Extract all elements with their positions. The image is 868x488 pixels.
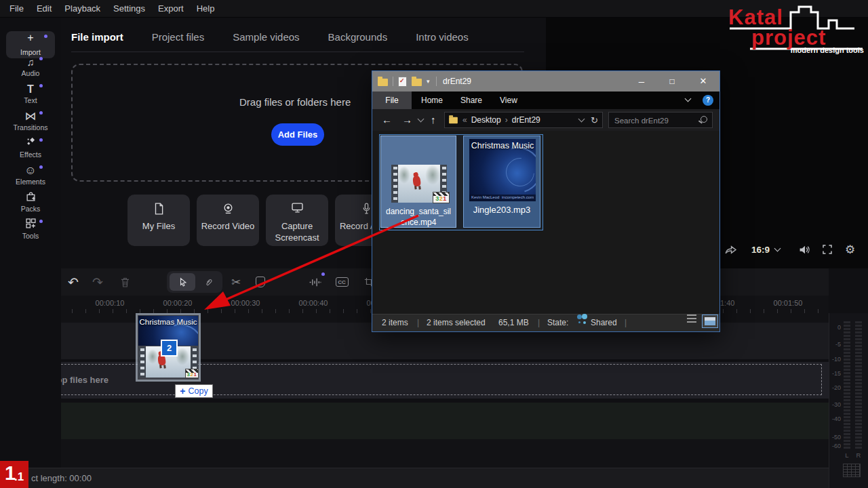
tab-backgrounds[interactable]: Backgrounds [328, 31, 388, 43]
redo-icon[interactable]: ↷ [90, 274, 106, 290]
my-files-button[interactable]: My Files [127, 195, 190, 246]
address-bar[interactable]: « Desktop › drEnt29 ↻ [444, 112, 603, 128]
ribbon-tab-view[interactable]: View [500, 92, 517, 109]
menu-settings[interactable]: Settings [113, 3, 145, 14]
cc-label: CC [336, 277, 349, 287]
sidebar-item-effects[interactable]: Effects [0, 137, 61, 163]
breadcrumb-desktop[interactable]: Desktop [471, 115, 501, 125]
select-cursor-icon[interactable] [175, 274, 191, 290]
effects-sparkle-icon [0, 137, 61, 150]
tab-file-import[interactable]: File import [71, 31, 123, 43]
tree-shape [147, 349, 158, 364]
notification-dot [39, 57, 43, 60]
timeline-lower-area [0, 439, 829, 468]
refresh-icon[interactable]: ↻ [591, 115, 598, 125]
notification-dot [321, 272, 325, 276]
drag-ghost-files: Christmas Music 321 2 [136, 313, 201, 382]
sidebar-item-label: Tools [0, 232, 61, 240]
sidebar-item-label: Transitions [0, 123, 61, 131]
mixer-grid-icon[interactable] [843, 464, 861, 477]
ribbon-collapse-chevron-icon[interactable] [685, 96, 692, 102]
microphone-icon [362, 203, 371, 216]
track-lane[interactable] [31, 403, 829, 439]
properties-icon[interactable] [398, 77, 407, 87]
history-chevron-icon[interactable] [418, 116, 425, 123]
window-title: drEnt29 [443, 71, 471, 92]
clapper-321-icon: 321 [433, 192, 450, 203]
back-button[interactable]: ← [382, 109, 392, 131]
sidebar-item-packs[interactable]: Packs [0, 191, 61, 217]
state-label: State: [547, 314, 568, 331]
search-box[interactable] [608, 112, 713, 128]
search-input[interactable] [613, 114, 697, 127]
delete-trash-icon[interactable] [117, 274, 133, 290]
minimize-button[interactable]: – [631, 71, 652, 92]
menu-edit[interactable]: Edit [37, 3, 52, 14]
channel-label-right: R [855, 451, 862, 459]
file-tile-video[interactable]: 321 dancing_santa_sil ence.mp4 [380, 136, 456, 228]
audio-track-1 [0, 403, 829, 439]
window-folder-icon [378, 79, 388, 86]
notification-dot [39, 111, 43, 115]
new-folder-icon[interactable] [412, 79, 422, 86]
selected-size: 65,1 MB [498, 314, 529, 331]
up-button[interactable]: ↑ [431, 109, 436, 131]
shield-marker-icon[interactable] [252, 274, 269, 290]
separator [393, 77, 393, 86]
tab-project-files[interactable]: Project files [152, 31, 205, 43]
breadcrumb-separator: › [505, 115, 508, 125]
sidebar-item-elements[interactable]: ☺ Elements [0, 164, 61, 190]
audio-waveform-icon[interactable] [307, 274, 323, 290]
meter-scale-label: -20 [829, 384, 841, 391]
menu-export[interactable]: Export [158, 3, 184, 14]
sidebar-item-audio[interactable]: ♫ Audio [0, 56, 61, 81]
undo-icon[interactable]: ↶ [65, 274, 81, 290]
ribbon-tab-file[interactable]: File [372, 92, 412, 109]
menu-help[interactable]: Help [197, 3, 215, 14]
clapper-321-icon: 321 [185, 369, 199, 378]
close-button[interactable]: ✕ [693, 71, 713, 92]
address-dropdown-chevron-icon[interactable] [578, 116, 585, 123]
add-files-button[interactable]: Add Files [271, 123, 324, 146]
record-video-button[interactable]: Record Video [197, 195, 259, 246]
meter-scale-label: -60 [829, 443, 841, 449]
settings-gear-icon[interactable]: ⚙ [845, 241, 860, 258]
aspect-ratio-selector[interactable]: 16:9 [751, 241, 780, 258]
breadcrumb-folder[interactable]: drEnt29 [512, 115, 540, 125]
search-magnifier-icon[interactable] [701, 116, 707, 123]
video-track-2-active: ✳ Drop files here [0, 362, 829, 399]
ribbon-tab-home[interactable]: Home [421, 92, 443, 109]
thumbnail-view-button[interactable] [702, 314, 718, 328]
file-list-area[interactable]: 321 dancing_santa_sil ence.mp4 Christmas… [372, 131, 719, 314]
capture-screencast-button[interactable]: Capture Screencast [266, 195, 328, 246]
sidebar-item-import[interactable]: + Import [6, 31, 55, 58]
window-title-bar[interactable]: ▾ drEnt29 – □ ✕ [372, 71, 719, 92]
list-view-icon[interactable] [687, 314, 696, 323]
menu-playback[interactable]: Playback [64, 3, 100, 14]
share-jump-icon[interactable] [724, 241, 743, 258]
attach-clip-icon[interactable] [201, 274, 217, 290]
project-length-text: ct length: 00:00 [31, 473, 92, 483]
santa-figure [412, 175, 421, 186]
file-tile-audio[interactable]: Christmas Music Kevin MacLeod incompetec… [463, 136, 540, 228]
sidebar-item-tools[interactable]: Tools [0, 218, 61, 244]
fullscreen-icon[interactable] [822, 241, 837, 258]
film-sprocket [391, 165, 398, 203]
menu-file[interactable]: File [9, 3, 24, 14]
captions-icon[interactable]: CC [334, 274, 350, 290]
sidebar-item-label: Text [0, 96, 61, 104]
volume-icon[interactable] [799, 241, 814, 258]
tab-intro-videos[interactable]: Intro videos [416, 31, 469, 43]
tab-sample-videos[interactable]: Sample videos [233, 31, 299, 43]
smiley-icon: ☺ [0, 164, 61, 178]
scissors-cut-icon[interactable]: ✂ [228, 274, 244, 290]
ribbon-tab-share[interactable]: Share [460, 92, 482, 109]
separator [436, 77, 437, 86]
forward-button[interactable]: → [402, 109, 412, 131]
sidebar-item-transitions[interactable]: ⋈ Transitions [0, 110, 61, 136]
card-label: My Files [142, 220, 175, 232]
help-button[interactable]: ? [703, 95, 713, 106]
quick-access-chevron-icon[interactable]: ▾ [427, 71, 430, 92]
maximize-button[interactable]: □ [662, 71, 682, 92]
sidebar-item-text[interactable]: T Text [0, 83, 61, 108]
